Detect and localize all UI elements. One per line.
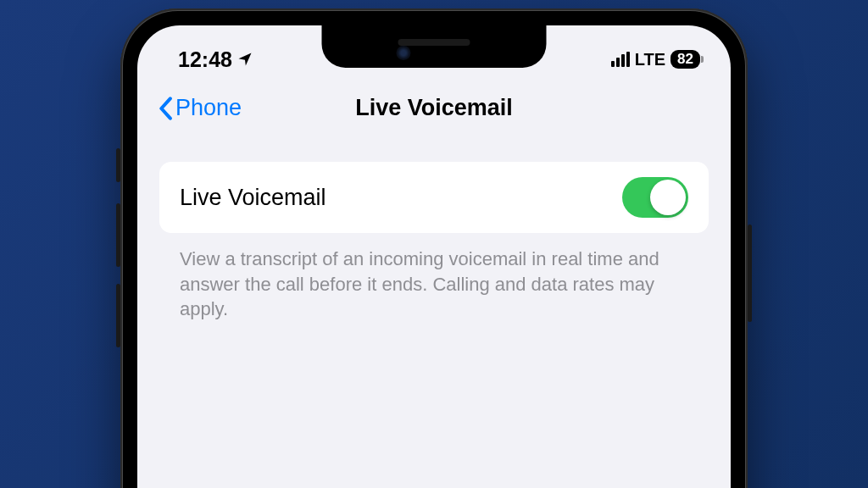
phone-inner-bezel: 12:48 LTE 82 <box>132 20 736 488</box>
back-button[interactable]: Phone <box>158 95 242 121</box>
chevron-left-icon <box>158 97 173 120</box>
battery-percent: 82 <box>677 51 693 68</box>
earpiece-speaker <box>398 39 470 46</box>
battery-indicator: 82 <box>670 50 700 69</box>
live-voicemail-row: Live Voicemail <box>159 162 709 233</box>
volume-up-button <box>116 203 120 267</box>
screen: 12:48 LTE 82 <box>137 25 731 488</box>
location-icon <box>236 51 253 68</box>
mute-switch <box>116 148 120 182</box>
volume-down-button <box>116 284 120 347</box>
navigation-bar: Phone Live Voicemail <box>137 76 731 136</box>
clock-label: 12:48 <box>178 47 232 72</box>
setting-label: Live Voicemail <box>180 185 326 211</box>
status-left: 12:48 <box>178 47 253 72</box>
setting-description: View a transcript of an incoming voicema… <box>159 233 709 322</box>
phone-frame: 12:48 LTE 82 <box>120 8 748 488</box>
toggle-knob <box>650 180 686 215</box>
cellular-signal-icon <box>611 52 630 67</box>
power-button <box>748 225 752 322</box>
back-label: Phone <box>175 95 242 121</box>
notch <box>322 25 547 68</box>
front-camera <box>396 46 410 60</box>
live-voicemail-toggle[interactable] <box>622 177 688 218</box>
settings-content: Live Voicemail View a transcript of an i… <box>137 136 731 322</box>
page-title: Live Voicemail <box>355 95 513 121</box>
status-right: LTE 82 <box>611 50 700 69</box>
network-label: LTE <box>635 50 665 69</box>
